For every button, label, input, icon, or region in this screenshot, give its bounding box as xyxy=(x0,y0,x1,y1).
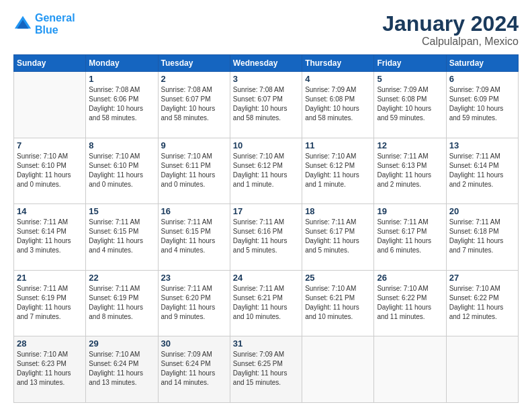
day-number: 13 xyxy=(449,140,515,150)
day-info: Sunrise: 7:11 AMSunset: 6:19 PMDaylight:… xyxy=(17,284,83,322)
calendar-cell: 7Sunrise: 7:10 AMSunset: 6:10 PMDaylight… xyxy=(14,138,86,204)
day-number: 19 xyxy=(377,206,443,216)
day-number: 18 xyxy=(305,206,371,216)
day-of-week-header: Saturday xyxy=(446,55,518,72)
calendar-cell: 12Sunrise: 7:11 AMSunset: 6:13 PMDayligh… xyxy=(374,138,446,204)
logo-icon xyxy=(13,15,32,34)
calendar-cell xyxy=(446,336,518,403)
calendar-table: SundayMondayTuesdayWednesdayThursdayFrid… xyxy=(13,54,519,403)
calendar-cell: 15Sunrise: 7:11 AMSunset: 6:15 PMDayligh… xyxy=(86,204,158,271)
day-number: 4 xyxy=(305,74,371,84)
day-number: 24 xyxy=(233,273,299,283)
logo-line2: Blue xyxy=(35,24,58,36)
day-info: Sunrise: 7:09 AMSunset: 6:09 PMDaylight:… xyxy=(449,85,515,123)
day-number: 23 xyxy=(161,273,227,283)
day-info: Sunrise: 7:11 AMSunset: 6:21 PMDaylight:… xyxy=(233,284,299,322)
calendar-week-row: 21Sunrise: 7:11 AMSunset: 6:19 PMDayligh… xyxy=(14,270,519,336)
day-info: Sunrise: 7:09 AMSunset: 6:08 PMDaylight:… xyxy=(305,85,371,123)
calendar-week-row: 28Sunrise: 7:10 AMSunset: 6:23 PMDayligh… xyxy=(14,336,519,403)
calendar-cell: 18Sunrise: 7:11 AMSunset: 6:17 PMDayligh… xyxy=(302,204,374,271)
day-of-week-header: Friday xyxy=(374,55,446,72)
day-info: Sunrise: 7:10 AMSunset: 6:22 PMDaylight:… xyxy=(449,284,515,322)
day-number: 20 xyxy=(449,206,515,216)
calendar-cell: 28Sunrise: 7:10 AMSunset: 6:23 PMDayligh… xyxy=(14,336,86,403)
calendar-cell: 13Sunrise: 7:11 AMSunset: 6:14 PMDayligh… xyxy=(446,138,518,204)
day-number: 28 xyxy=(17,338,83,349)
day-number: 21 xyxy=(17,273,83,283)
day-info: Sunrise: 7:11 AMSunset: 6:17 PMDaylight:… xyxy=(305,218,371,255)
day-of-week-header: Thursday xyxy=(302,55,374,72)
day-info: Sunrise: 7:10 AMSunset: 6:23 PMDaylight:… xyxy=(17,350,83,387)
day-number: 11 xyxy=(305,140,371,150)
title-block: January 2024 Calpulalpan, Mexico xyxy=(382,12,519,48)
calendar-cell: 10Sunrise: 7:10 AMSunset: 6:12 PMDayligh… xyxy=(230,138,302,204)
day-info: Sunrise: 7:11 AMSunset: 6:15 PMDaylight:… xyxy=(161,218,227,255)
day-info: Sunrise: 7:08 AMSunset: 6:07 PMDaylight:… xyxy=(233,85,299,123)
calendar-cell: 21Sunrise: 7:11 AMSunset: 6:19 PMDayligh… xyxy=(14,270,86,336)
day-number: 9 xyxy=(161,140,227,150)
day-number: 26 xyxy=(377,273,443,283)
logo-line1: General xyxy=(35,12,75,24)
page: General Blue January 2024 Calpulalpan, M… xyxy=(0,0,532,411)
calendar-cell: 19Sunrise: 7:11 AMSunset: 6:17 PMDayligh… xyxy=(374,204,446,271)
calendar-cell: 24Sunrise: 7:11 AMSunset: 6:21 PMDayligh… xyxy=(230,270,302,336)
calendar-cell: 6Sunrise: 7:09 AMSunset: 6:09 PMDaylight… xyxy=(446,72,518,138)
day-info: Sunrise: 7:10 AMSunset: 6:12 PMDaylight:… xyxy=(233,152,299,189)
calendar-body: 1Sunrise: 7:08 AMSunset: 6:06 PMDaylight… xyxy=(14,72,519,403)
day-number: 10 xyxy=(233,140,299,150)
day-info: Sunrise: 7:11 AMSunset: 6:19 PMDaylight:… xyxy=(89,284,154,322)
calendar-cell xyxy=(14,72,86,138)
day-number: 7 xyxy=(17,140,83,150)
day-info: Sunrise: 7:11 AMSunset: 6:15 PMDaylight:… xyxy=(89,218,154,255)
day-number: 14 xyxy=(17,206,83,216)
subtitle: Calpulalpan, Mexico xyxy=(382,36,519,48)
day-of-week-header: Monday xyxy=(86,55,158,72)
calendar-cell: 27Sunrise: 7:10 AMSunset: 6:22 PMDayligh… xyxy=(446,270,518,336)
calendar-cell: 26Sunrise: 7:10 AMSunset: 6:22 PMDayligh… xyxy=(374,270,446,336)
day-number: 22 xyxy=(89,273,154,283)
day-number: 1 xyxy=(89,74,154,84)
day-number: 27 xyxy=(449,273,515,283)
calendar-cell xyxy=(374,336,446,403)
day-info: Sunrise: 7:11 AMSunset: 6:16 PMDaylight:… xyxy=(233,218,299,255)
day-of-week-header: Tuesday xyxy=(158,55,230,72)
day-info: Sunrise: 7:10 AMSunset: 6:10 PMDaylight:… xyxy=(89,152,154,189)
day-number: 16 xyxy=(161,206,227,216)
day-number: 17 xyxy=(233,206,299,216)
days-of-week-row: SundayMondayTuesdayWednesdayThursdayFrid… xyxy=(14,55,519,72)
day-info: Sunrise: 7:11 AMSunset: 6:14 PMDaylight:… xyxy=(449,152,515,189)
calendar-cell: 23Sunrise: 7:11 AMSunset: 6:20 PMDayligh… xyxy=(158,270,230,336)
main-title: January 2024 xyxy=(382,12,519,36)
day-number: 31 xyxy=(233,338,299,349)
calendar-week-row: 7Sunrise: 7:10 AMSunset: 6:10 PMDaylight… xyxy=(14,138,519,204)
day-info: Sunrise: 7:10 AMSunset: 6:22 PMDaylight:… xyxy=(377,284,443,322)
calendar-cell: 9Sunrise: 7:10 AMSunset: 6:11 PMDaylight… xyxy=(158,138,230,204)
day-number: 29 xyxy=(89,338,154,349)
day-number: 5 xyxy=(377,74,443,84)
day-info: Sunrise: 7:10 AMSunset: 6:24 PMDaylight:… xyxy=(89,350,154,387)
day-of-week-header: Sunday xyxy=(14,55,86,72)
calendar-cell: 30Sunrise: 7:09 AMSunset: 6:24 PMDayligh… xyxy=(158,336,230,403)
calendar-cell: 3Sunrise: 7:08 AMSunset: 6:07 PMDaylight… xyxy=(230,72,302,138)
day-number: 15 xyxy=(89,206,154,216)
calendar-cell: 2Sunrise: 7:08 AMSunset: 6:07 PMDaylight… xyxy=(158,72,230,138)
day-info: Sunrise: 7:11 AMSunset: 6:17 PMDaylight:… xyxy=(377,218,443,255)
calendar-cell: 4Sunrise: 7:09 AMSunset: 6:08 PMDaylight… xyxy=(302,72,374,138)
logo: General Blue xyxy=(13,12,75,36)
day-number: 6 xyxy=(449,74,515,84)
day-number: 3 xyxy=(233,74,299,84)
day-info: Sunrise: 7:11 AMSunset: 6:14 PMDaylight:… xyxy=(17,218,83,255)
day-info: Sunrise: 7:10 AMSunset: 6:10 PMDaylight:… xyxy=(17,152,83,189)
day-info: Sunrise: 7:08 AMSunset: 6:07 PMDaylight:… xyxy=(161,85,227,123)
day-info: Sunrise: 7:10 AMSunset: 6:21 PMDaylight:… xyxy=(305,284,371,322)
calendar-cell: 29Sunrise: 7:10 AMSunset: 6:24 PMDayligh… xyxy=(86,336,158,403)
calendar-cell: 20Sunrise: 7:11 AMSunset: 6:18 PMDayligh… xyxy=(446,204,518,271)
calendar-cell xyxy=(302,336,374,403)
calendar-cell: 16Sunrise: 7:11 AMSunset: 6:15 PMDayligh… xyxy=(158,204,230,271)
calendar-cell: 31Sunrise: 7:09 AMSunset: 6:25 PMDayligh… xyxy=(230,336,302,403)
day-number: 30 xyxy=(161,338,227,349)
day-info: Sunrise: 7:09 AMSunset: 6:25 PMDaylight:… xyxy=(233,350,299,387)
day-info: Sunrise: 7:11 AMSunset: 6:20 PMDaylight:… xyxy=(161,284,227,322)
calendar-cell: 22Sunrise: 7:11 AMSunset: 6:19 PMDayligh… xyxy=(86,270,158,336)
calendar-cell: 8Sunrise: 7:10 AMSunset: 6:10 PMDaylight… xyxy=(86,138,158,204)
